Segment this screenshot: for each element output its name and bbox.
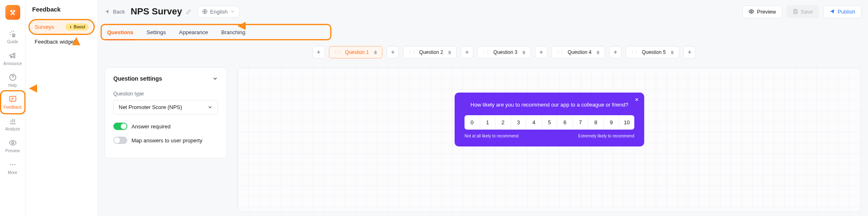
svg-point-2	[12, 12, 14, 14]
preview-button[interactable]: Preview	[742, 5, 782, 18]
eye-icon	[9, 139, 17, 147]
nps-option-4[interactable]: 4	[526, 115, 542, 130]
tabbar: Questions Settings Appearance Branching	[98, 23, 868, 41]
map-answers-toggle[interactable]	[113, 137, 127, 144]
main: Back NPS Survey English Preview Save Pub…	[98, 0, 868, 216]
chevron-down-icon	[230, 9, 235, 14]
question-type-select[interactable]: Net Promoter Score (NPS)	[113, 100, 218, 114]
trash-icon[interactable]	[670, 50, 675, 55]
question-chip-4[interactable]: ⋮⋮ Question 4	[551, 46, 605, 58]
nps-low-label: Not at all likely to recommend	[464, 134, 518, 138]
question-chip-2[interactable]: ⋮⋮ Question 2	[403, 46, 457, 58]
question-strip: + ⋮⋮ Question 1 + ⋮⋮ Question 2 + ⋮⋮ Que…	[98, 41, 868, 63]
nps-survey-card: How likely are you to recommend our app …	[455, 93, 644, 146]
question-chip-5[interactable]: ⋮⋮ Question 5	[626, 46, 679, 58]
nps-option-2[interactable]: 2	[495, 115, 511, 130]
sidebar-item-surveys[interactable]: Surveys Boost	[30, 20, 94, 34]
back-button[interactable]: Back	[105, 9, 125, 15]
add-question-after[interactable]: +	[683, 46, 696, 58]
rail-item-feedback[interactable]: Feedback	[2, 92, 23, 113]
svg-point-7	[12, 142, 14, 144]
add-question-button[interactable]: +	[461, 46, 473, 58]
add-question-button[interactable]: +	[535, 46, 547, 58]
nps-option-5[interactable]: 5	[542, 115, 558, 130]
globe-icon	[202, 9, 208, 14]
trash-icon[interactable]	[447, 50, 452, 55]
grip-icon[interactable]: ⋮⋮	[630, 50, 638, 55]
save-button: Save	[786, 5, 819, 18]
nav-rail: Guide Announce Help Feedback Analyze Pre…	[0, 0, 26, 216]
cursor-click-icon	[9, 30, 17, 38]
nps-option-8[interactable]: 8	[588, 115, 604, 130]
nps-option-1[interactable]: 1	[480, 115, 496, 130]
rail-label: Feedback	[4, 105, 22, 109]
add-question-button[interactable]: +	[387, 46, 399, 58]
megaphone-icon	[9, 51, 17, 60]
nps-option-3[interactable]: 3	[511, 115, 527, 130]
rail-item-announce[interactable]: Announce	[2, 48, 23, 69]
bar-chart-icon	[9, 117, 17, 125]
rail-item-more[interactable]: More	[2, 157, 23, 178]
tab-settings[interactable]: Settings	[146, 25, 167, 39]
question-chip-3[interactable]: ⋮⋮ Question 3	[477, 46, 531, 58]
workarea: Question settings Question type Net Prom…	[98, 63, 868, 216]
answer-required-row: Answer required	[113, 123, 218, 130]
nps-option-9[interactable]: 9	[604, 115, 619, 130]
svg-point-0	[10, 10, 12, 12]
sidebar-item-label: Feedback widget	[35, 39, 75, 45]
grip-icon[interactable]: ⋮⋮	[333, 50, 341, 55]
send-icon	[829, 9, 835, 14]
add-question-button[interactable]: +	[609, 46, 622, 58]
rail-item-preview[interactable]: Preview	[2, 135, 23, 156]
close-icon[interactable]	[634, 97, 639, 103]
tab-questions[interactable]: Questions	[106, 25, 134, 39]
page-title: NPS Survey	[131, 6, 182, 17]
answer-required-toggle[interactable]	[113, 123, 127, 130]
grip-icon[interactable]: ⋮⋮	[408, 50, 415, 55]
svg-rect-6	[9, 96, 16, 101]
trash-icon[interactable]	[596, 50, 601, 55]
rail-label: Analyze	[5, 127, 20, 131]
rail-item-guide[interactable]: Guide	[2, 26, 23, 47]
sidebar-item-feedback-widget[interactable]: Feedback widget	[30, 35, 94, 48]
rail-item-analyze[interactable]: Analyze	[2, 114, 23, 135]
rail-label: Help	[8, 83, 17, 88]
tab-appearance[interactable]: Appearance	[178, 25, 209, 39]
nps-option-10[interactable]: 10	[619, 115, 634, 130]
nps-labels: Not at all likely to recommend Extremely…	[464, 134, 634, 138]
publish-button[interactable]: Publish	[823, 5, 861, 18]
trash-icon[interactable]	[521, 50, 526, 55]
rail-label: Announce	[3, 61, 22, 66]
tab-branching[interactable]: Branching	[221, 25, 246, 39]
question-chip-1[interactable]: ⋮⋮ Question 1	[329, 46, 382, 58]
nps-option-7[interactable]: 7	[573, 115, 589, 130]
preview-canvas: How likely are you to recommend our app …	[237, 67, 861, 212]
dots-icon	[9, 160, 17, 169]
grip-icon[interactable]: ⋮⋮	[556, 50, 563, 55]
grape-icon	[9, 8, 17, 16]
pencil-icon[interactable]	[185, 9, 192, 15]
nps-option-6[interactable]: 6	[557, 115, 573, 130]
sidebar-title: Feedback	[30, 6, 94, 13]
help-circle-icon	[9, 73, 17, 81]
settings-panel-header[interactable]: Question settings	[113, 75, 218, 82]
add-question-before[interactable]: +	[312, 46, 325, 58]
svg-point-10	[14, 164, 15, 165]
eye-icon	[748, 9, 754, 14]
rocket-icon	[69, 25, 73, 29]
top-actions: Preview Save Publish	[742, 5, 861, 18]
boost-badge[interactable]: Boost	[66, 23, 89, 30]
nps-option-0[interactable]: 0	[464, 115, 480, 130]
app-logo[interactable]	[5, 5, 20, 20]
svg-point-3	[11, 14, 12, 15]
nps-high-label: Extremely likely to recommend	[578, 134, 634, 138]
grip-icon[interactable]: ⋮⋮	[482, 50, 489, 55]
sidebar: Feedback Surveys Boost Feedback widget	[26, 0, 98, 216]
svg-point-9	[12, 164, 13, 165]
trash-icon[interactable]	[373, 50, 378, 55]
question-type-label: Question type	[113, 91, 218, 97]
rail-item-help[interactable]: Help	[2, 70, 23, 91]
sidebar-item-label: Surveys	[35, 24, 54, 30]
nps-scale: 0 1 2 3 4 5 6 7 8 9 10	[464, 115, 634, 130]
language-select[interactable]: English	[197, 6, 240, 18]
